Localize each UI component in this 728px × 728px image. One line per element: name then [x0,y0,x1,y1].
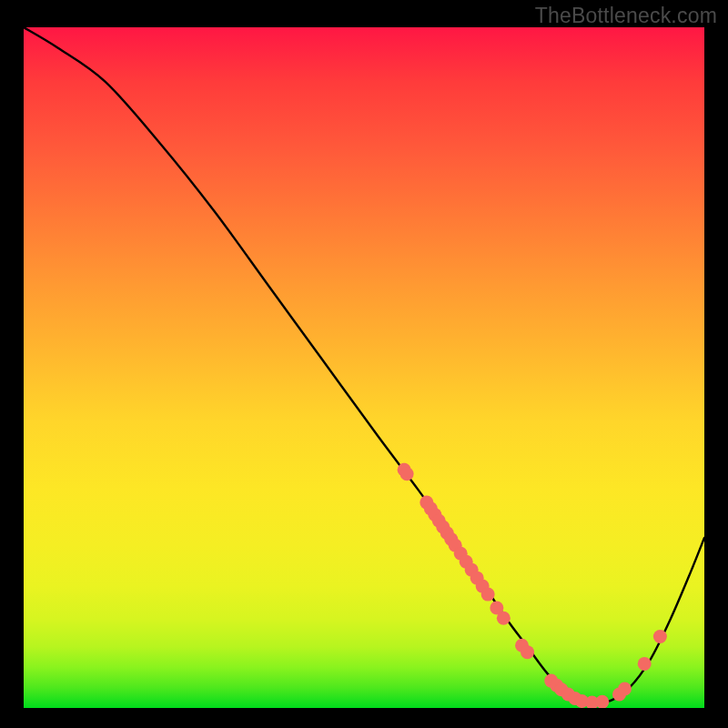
chart-area [24,27,704,708]
scatter-dot [595,695,609,708]
scatter-dot [521,645,534,659]
scatter-dot [618,682,632,696]
scatter-dot [400,467,414,480]
watermark-text: TheBottleneck.com [535,4,717,28]
scatter-dot [653,630,667,643]
scatter-dot [497,612,511,625]
scatter-dots-group [398,463,667,708]
scatter-dot [638,657,652,671]
bottleneck-chart-svg [24,27,704,708]
scatter-dot [481,588,495,602]
bottleneck-curve [24,27,704,703]
